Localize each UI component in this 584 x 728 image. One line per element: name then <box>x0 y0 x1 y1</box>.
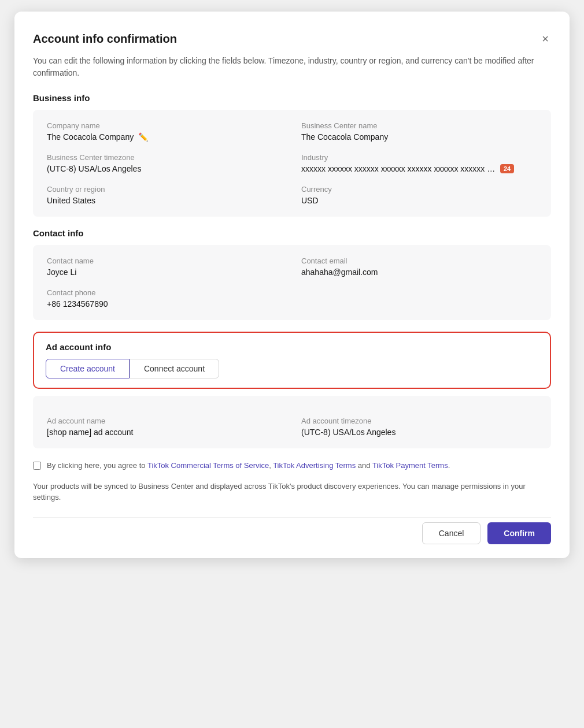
ad-account-name-value: [shop name] ad account <box>47 428 283 437</box>
connect-account-tab[interactable]: Connect account <box>130 359 219 378</box>
modal-title: Account info confirmation <box>33 32 177 46</box>
currency-value: USD <box>301 196 537 205</box>
contact-phone-label: Contact phone <box>47 288 283 297</box>
terms-text: By clicking here, you agree to TikTok Co… <box>47 460 450 471</box>
modal-subtitle: You can edit the following information b… <box>33 55 551 79</box>
industry-badge: 24 <box>500 164 514 173</box>
contact-info-card: Contact name Joyce Li Contact email ahah… <box>33 245 551 320</box>
terms-row: By clicking here, you agree to TikTok Co… <box>33 460 551 471</box>
ad-account-info-grid: Ad account name [shop name] ad account A… <box>47 417 537 437</box>
contact-info-grid: Contact name Joyce Li Contact email ahah… <box>47 257 537 309</box>
company-name-edit-icon[interactable]: ✏️ <box>138 132 148 142</box>
modal-header: Account info confirmation × <box>33 30 551 48</box>
company-name-edit-row: The Cocacola Company ✏️ <box>47 132 283 142</box>
ad-account-name-label: Ad account name <box>47 417 283 425</box>
bottom-note: Your products will be synced to Business… <box>33 481 551 503</box>
contact-phone-field: Contact phone +86 1234567890 <box>47 288 283 309</box>
business-info-grid: Company name The Cocacola Company ✏️ Bus… <box>47 121 537 205</box>
ad-account-title: Ad account info <box>46 342 538 352</box>
contact-email-field: Contact email ahahaha@gmail.com <box>301 257 537 277</box>
currency-label: Currency <box>301 185 537 194</box>
company-name-value: The Cocacola Company <box>47 132 134 142</box>
terms-period: . <box>448 461 450 470</box>
account-info-confirmation-modal: Account info confirmation × You can edit… <box>14 12 570 558</box>
industry-field: Industry xxxxxx xxxxxx xxxxxx xxxxxx xxx… <box>301 153 537 173</box>
timezone-field: Business Center timezone (UTC-8) USA/Los… <box>47 153 283 173</box>
business-info-card: Company name The Cocacola Company ✏️ Bus… <box>33 110 551 217</box>
industry-label: Industry <box>301 153 537 162</box>
contact-email-label: Contact email <box>301 257 537 265</box>
ad-account-section: Ad account info Create account Connect a… <box>33 332 551 389</box>
terms-and: and <box>356 461 372 470</box>
terms-link-1[interactable]: TikTok Commercial Terms of Service <box>147 461 269 470</box>
business-center-name-value: The Cocacola Company <box>301 132 537 142</box>
timezone-value: (UTC-8) USA/Los Angeles <box>47 164 283 173</box>
currency-field: Currency USD <box>301 185 537 205</box>
cancel-button[interactable]: Cancel <box>422 522 481 544</box>
contact-phone-value: +86 1234567890 <box>47 299 283 309</box>
ad-account-timezone-field: Ad account timezone (UTC-8) USA/Los Ange… <box>301 417 537 437</box>
ad-account-tab-group: Create account Connect account <box>46 359 538 378</box>
contact-name-label: Contact name <box>47 257 283 265</box>
contact-name-value: Joyce Li <box>47 268 283 277</box>
ad-account-name-field: Ad account name [shop name] ad account <box>47 417 283 437</box>
country-field: Country or region United States <box>47 185 283 205</box>
footer-buttons: Cancel Confirm <box>33 517 551 544</box>
business-info-title: Business info <box>33 93 551 103</box>
country-value: United States <box>47 196 283 205</box>
country-label: Country or region <box>47 185 283 194</box>
contact-name-field: Contact name Joyce Li <box>47 257 283 277</box>
create-account-tab[interactable]: Create account <box>46 359 130 378</box>
business-center-name-label: Business Center name <box>301 121 537 130</box>
terms-checkbox[interactable] <box>33 462 41 470</box>
company-name-field: Company name The Cocacola Company ✏️ <box>47 121 283 142</box>
industry-row: xxxxxx xxxxxx xxxxxx xxxxxx xxxxxx xxxxx… <box>301 164 537 173</box>
ad-account-timezone-label: Ad account timezone <box>301 417 537 425</box>
ad-account-info-card: Ad account name [shop name] ad account A… <box>33 396 551 448</box>
business-center-name-field: Business Center name The Cocacola Compan… <box>301 121 537 142</box>
terms-link-3[interactable]: TikTok Payment Terms <box>372 461 448 470</box>
company-name-label: Company name <box>47 121 283 130</box>
ad-account-timezone-value: (UTC-8) USA/Los Angeles <box>301 428 537 437</box>
contact-email-value: ahahaha@gmail.com <box>301 268 537 277</box>
confirm-button[interactable]: Confirm <box>487 522 551 544</box>
terms-text-before: By clicking here, you agree to <box>47 461 147 470</box>
close-button[interactable]: × <box>539 30 551 48</box>
contact-info-title: Contact info <box>33 228 551 238</box>
industry-value: xxxxxx xxxxxx xxxxxx xxxxxx xxxxxx xxxxx… <box>301 164 498 173</box>
terms-link-2[interactable]: TikTok Advertising Terms <box>273 461 356 470</box>
timezone-label: Business Center timezone <box>47 153 283 162</box>
